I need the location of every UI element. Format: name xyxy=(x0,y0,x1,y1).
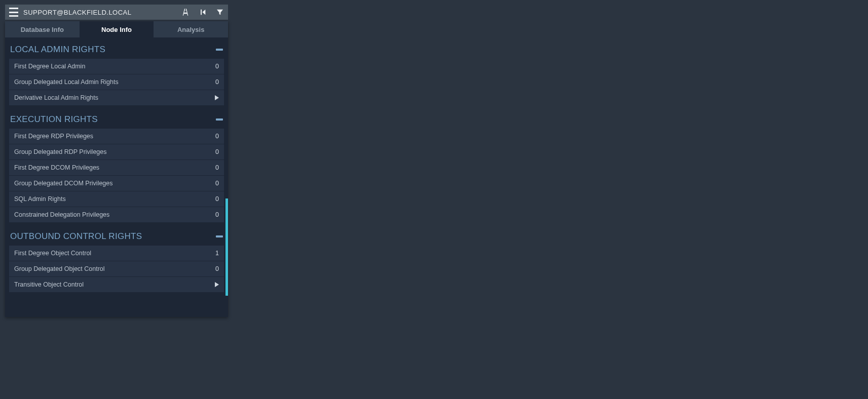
list-item[interactable]: Transitive Object Control xyxy=(9,277,224,292)
collapse-icon[interactable] xyxy=(216,235,223,237)
panel-body[interactable]: LOCAL ADMIN RIGHTSFirst Degree Local Adm… xyxy=(5,37,228,317)
section-title: OUTBOUND CONTROL RIGHTS xyxy=(10,231,142,242)
section-title: EXECUTION RIGHTS xyxy=(10,114,98,125)
collapse-icon[interactable] xyxy=(216,118,223,121)
section-header[interactable]: EXECUTION RIGHTS xyxy=(9,112,224,129)
svg-point-1 xyxy=(602,188,612,198)
tab-database-info[interactable]: Database Info xyxy=(5,21,80,37)
row-label: First Degree Local Admin xyxy=(14,63,85,70)
row-label: Group Delegated RDP Privileges xyxy=(14,148,107,155)
section-header[interactable]: LOCAL ADMIN RIGHTS xyxy=(9,43,224,59)
list-item[interactable]: First Degree DCOM Privileges0 xyxy=(9,160,224,175)
list-item[interactable]: First Degree RDP Privileges0 xyxy=(9,129,224,144)
row-value: 0 xyxy=(215,133,219,140)
tab-analysis[interactable]: Analysis xyxy=(154,21,228,37)
owned-skull-badge xyxy=(329,169,347,186)
row-label: First Degree DCOM Privileges xyxy=(14,164,99,171)
section-rows: First Degree Local Admin0Group Delegated… xyxy=(9,59,224,105)
section-header[interactable]: OUTBOUND CONTROL RIGHTS xyxy=(9,229,224,246)
section-rows: First Degree Object Control1Group Delega… xyxy=(9,246,224,292)
section: LOCAL ADMIN RIGHTSFirst Degree Local Adm… xyxy=(9,43,224,105)
menu-icon[interactable] xyxy=(9,8,18,17)
row-label: Group Delegated Local Admin Rights xyxy=(14,78,119,86)
row-value: 0 xyxy=(215,195,219,203)
list-item[interactable]: Constrained Delegation Privileges0 xyxy=(9,207,224,222)
list-item[interactable]: Group Delegated RDP Privileges0 xyxy=(9,144,224,159)
graph-node-support[interactable]: SUPPORT@BLACKFIELD.LOCAL xyxy=(339,176,380,217)
list-item[interactable]: Group Delegated Object Control0 xyxy=(9,261,224,276)
list-item[interactable]: First Degree Object Control1 xyxy=(9,246,224,261)
list-item[interactable]: SQL Admin Rights0 xyxy=(9,191,224,207)
row-label: Transitive Object Control xyxy=(14,281,84,288)
row-label: Derivative Local Admin Rights xyxy=(14,94,98,101)
row-label: Group Delegated DCOM Privileges xyxy=(14,180,113,187)
target-badge xyxy=(370,203,389,222)
list-item[interactable]: Group Delegated Local Admin Rights0 xyxy=(9,74,224,90)
graph-edge-forcechangepassword[interactable] xyxy=(375,192,593,205)
row-value: 0 xyxy=(215,265,219,272)
tabs: Database Info Node Info Analysis xyxy=(5,21,228,37)
step-back-icon[interactable] xyxy=(199,8,207,16)
section-rows: First Degree RDP Privileges0Group Delega… xyxy=(9,129,224,222)
row-value: 0 xyxy=(215,164,219,171)
road-icon[interactable] xyxy=(181,8,190,16)
list-item[interactable]: Group Delegated DCOM Privileges0 xyxy=(9,176,224,191)
row-value: 0 xyxy=(215,148,219,155)
search-input[interactable]: SUPPORT@BLACKFIELD.LOCAL xyxy=(23,9,176,16)
graph-node-label: SUPPORT@BLACKFIELD.LOCAL xyxy=(305,218,414,226)
row-value: 0 xyxy=(215,180,219,187)
tab-node-info[interactable]: Node Info xyxy=(80,21,154,37)
row-label: Group Delegated Object Control xyxy=(14,265,105,272)
user-icon xyxy=(595,185,619,210)
row-value: 0 xyxy=(215,78,219,86)
section-title: LOCAL ADMIN RIGHTS xyxy=(10,45,105,55)
expand-play-icon[interactable] xyxy=(215,95,219,100)
filter-icon[interactable] xyxy=(216,8,224,16)
edge-label: ForceChangePassword xyxy=(459,189,522,196)
scroll-indicator xyxy=(225,198,228,296)
row-label: First Degree RDP Privileges xyxy=(14,133,93,140)
graph-node-label: AUDIT2020@BLACKFIELD.LOCAL xyxy=(551,219,664,227)
row-value: 1 xyxy=(215,250,219,257)
search-bar: SUPPORT@BLACKFIELD.LOCAL xyxy=(5,5,228,20)
row-label: First Degree Object Control xyxy=(14,250,91,257)
list-item[interactable]: Derivative Local Admin Rights xyxy=(9,90,224,105)
row-label: SQL Admin Rights xyxy=(14,195,66,203)
row-value: 0 xyxy=(215,211,219,218)
svg-point-0 xyxy=(355,187,365,197)
section: OUTBOUND CONTROL RIGHTSFirst Degree Obje… xyxy=(9,229,224,292)
section: EXECUTION RIGHTSFirst Degree RDP Privile… xyxy=(9,112,224,222)
row-label: Constrained Delegation Privileges xyxy=(14,211,109,218)
info-panel: Database Info Node Info Analysis LOCAL A… xyxy=(5,21,228,317)
collapse-icon[interactable] xyxy=(216,49,223,51)
expand-play-icon[interactable] xyxy=(215,282,219,287)
graph-node-audit[interactable]: AUDIT2020@BLACKFIELD.LOCAL xyxy=(587,177,627,218)
user-icon xyxy=(348,184,372,209)
list-item[interactable]: First Degree Local Admin0 xyxy=(9,59,224,74)
row-value: 0 xyxy=(215,63,219,70)
edge-label-box[interactable]: ForceChangePassword xyxy=(453,182,516,203)
